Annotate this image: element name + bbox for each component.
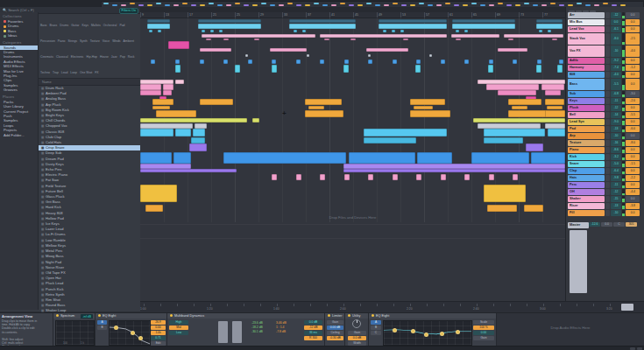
track-name[interactable]: Pad <box>568 126 605 132</box>
device-param-chip[interactable]: -12 dB <box>304 326 322 330</box>
filter-tag[interactable]: Texture <box>90 39 100 44</box>
arrangement-clip[interactable] <box>202 30 205 32</box>
arrangement-clip[interactable] <box>307 54 309 57</box>
arrangement-clip[interactable] <box>541 84 564 90</box>
arrangement-clip[interactable] <box>202 34 315 38</box>
track-fold-button[interactable] <box>605 105 610 111</box>
arrangement-clip[interactable] <box>223 38 229 40</box>
arrangement-clip[interactable] <box>151 60 155 64</box>
track-fold-button[interactable] <box>605 119 610 125</box>
track-send-value[interactable]: -12 <box>611 12 621 18</box>
filter-tag[interactable]: FX <box>95 71 98 75</box>
track-send-value[interactable]: -15 <box>611 196 621 202</box>
arrangement-clip[interactable] <box>343 65 349 73</box>
eq-band-node[interactable] <box>393 328 397 332</box>
track-name[interactable]: Clap <box>568 168 605 174</box>
track-fold-button[interactable] <box>605 112 610 118</box>
band-value[interactable]: -7.8 dB <box>276 330 301 334</box>
track-header[interactable]: Perc-110.0 <box>568 182 643 188</box>
filter-tag[interactable]: Pop <box>120 55 125 60</box>
filter-tag[interactable]: Mallets <box>91 24 101 28</box>
arrangement-clip[interactable] <box>429 54 432 57</box>
track-fold-button[interactable] <box>605 19 610 25</box>
track-volume-value[interactable]: 0.0 <box>626 154 640 160</box>
track-name[interactable]: Vox FX <box>568 46 605 57</box>
filter-tag[interactable]: Synth <box>80 39 88 44</box>
arrangement-clip[interactable] <box>464 30 468 32</box>
track-volume-value[interactable]: -2.2 <box>626 175 640 181</box>
band-value-row[interactable]: -30.1 dB-7.8 dB <box>251 330 301 334</box>
arrangement-clip[interactable] <box>545 99 564 105</box>
arrangement-clip[interactable] <box>383 30 386 32</box>
track-name[interactable]: Sub <box>568 91 605 97</box>
track-send-value[interactable]: -14 <box>611 112 621 118</box>
arrangement-clip[interactable] <box>200 60 204 64</box>
arrangement-clip[interactable] <box>536 65 541 73</box>
track-fold-button[interactable] <box>605 189 610 195</box>
arrangement-clip[interactable] <box>343 169 565 172</box>
eq-band-node[interactable] <box>114 326 118 330</box>
arrangement-clip[interactable] <box>189 144 207 151</box>
arrangement-clip[interactable] <box>320 60 324 64</box>
track-fold-button[interactable] <box>605 147 610 153</box>
arrangement-clip[interactable] <box>245 54 248 57</box>
track-fold-button[interactable] <box>605 98 610 104</box>
filter-tag[interactable]: Rock <box>128 55 135 60</box>
arrangement-clip[interactable] <box>140 118 247 122</box>
track-volume-value[interactable]: 0.0 <box>626 182 640 188</box>
device-param-chip[interactable]: 36 ms <box>304 331 322 335</box>
track-fold-button[interactable] <box>605 33 610 45</box>
track-send-value[interactable]: 0.0 <box>611 19 621 25</box>
arrangement-clip[interactable] <box>441 174 446 180</box>
device-spectrum[interactable]: Spectrum-inf dB 100 1 k <box>53 313 96 346</box>
spectrum-display[interactable]: 100 1 k <box>55 320 95 346</box>
arrangement-clip[interactable] <box>289 24 356 29</box>
track-header[interactable]: Lead Vox-6.10.0 <box>568 26 643 32</box>
track-fold-button[interactable] <box>605 133 610 139</box>
arrangement-clip[interactable] <box>175 80 184 84</box>
device-param-chip[interactable]: B <box>371 326 381 330</box>
device-param-chip[interactable]: B <box>97 326 107 330</box>
arrangement-clip[interactable] <box>270 48 307 52</box>
arrangement-clip[interactable] <box>200 48 231 52</box>
device-param-chip[interactable]: Scale <box>473 320 494 325</box>
arrangement-clip[interactable] <box>512 106 527 109</box>
arrangement-clip[interactable] <box>414 106 433 109</box>
track-send-value[interactable]: -9.8 <box>611 175 621 181</box>
track-header[interactable]: Mix Bus0.00.0 <box>568 19 643 25</box>
arrangement-clip[interactable] <box>559 60 563 64</box>
device-utility[interactable]: Utility Gain0.0 dBWidth100 % <box>345 313 369 346</box>
track-volume-value[interactable]: 0.0 <box>626 12 640 18</box>
arrangement-clip[interactable] <box>272 174 277 180</box>
device-param-chip[interactable]: A <box>97 320 107 325</box>
track-fold-button[interactable] <box>605 210 610 216</box>
filter-tag[interactable]: House <box>100 55 109 60</box>
track-volume-value[interactable]: 0.0 <box>626 147 640 153</box>
track-header[interactable]: Lead Syn-9.00.0 <box>568 119 643 125</box>
master-value-chip[interactable]: 305 <box>626 222 637 227</box>
arrangement-clip[interactable] <box>537 60 541 64</box>
arrangement-clip[interactable] <box>296 60 301 64</box>
master-track-header[interactable]: Master-12.60.0C305 <box>568 222 643 228</box>
track-fold-button[interactable] <box>605 196 610 202</box>
arrangement-clip[interactable] <box>451 34 499 38</box>
arrangement-clip[interactable] <box>140 185 177 202</box>
arrangement-clip[interactable] <box>140 84 161 90</box>
arrangement-clip[interactable] <box>272 60 276 64</box>
arrangement-clip[interactable] <box>158 30 161 32</box>
track-send-value[interactable]: -9.0 <box>611 119 621 125</box>
track-header[interactable]: Shaker-150.0 <box>568 196 643 202</box>
device-param-chip[interactable]: 0.00 dB <box>327 326 343 330</box>
arrangement-clip[interactable] <box>548 129 565 136</box>
track-name[interactable]: Adlib <box>568 58 605 64</box>
arrangement-clip[interactable] <box>305 110 343 117</box>
track-header[interactable]: Riser-13-3.8 <box>568 203 643 209</box>
track-name[interactable]: Arp <box>568 133 605 139</box>
arrangement-clip[interactable] <box>147 24 170 29</box>
track-header[interactable]: Hats-9.8-2.2 <box>568 175 643 181</box>
track-volume-value[interactable]: 0.0 <box>626 119 640 125</box>
track-name[interactable]: Kick <box>568 154 605 160</box>
track-send-value[interactable]: -7.4 <box>611 65 621 71</box>
arrangement-clip[interactable] <box>410 99 445 105</box>
track-volume-value[interactable]: 0.0 <box>626 26 640 32</box>
